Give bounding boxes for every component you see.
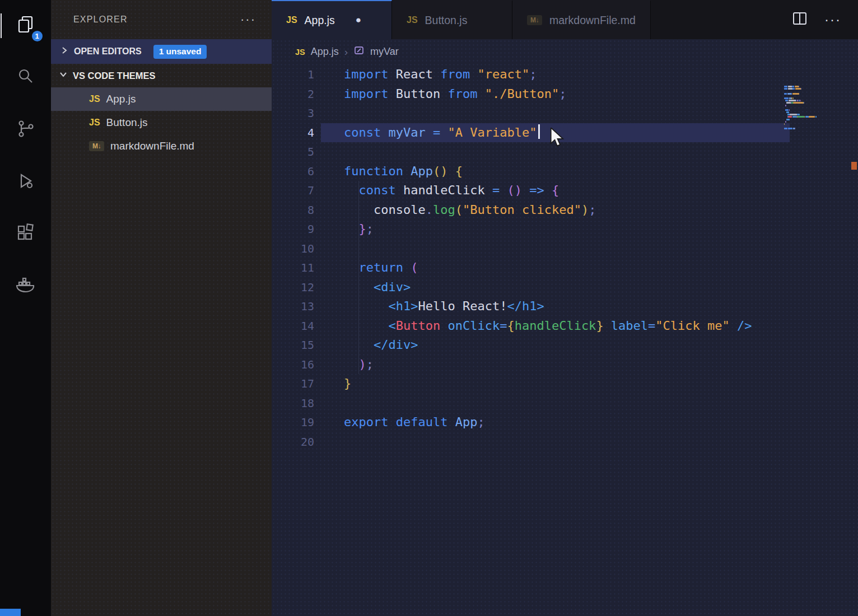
search-activity-button[interactable] [11, 63, 40, 92]
line-number: 3 [272, 104, 314, 123]
unsaved-dot[interactable]: ● [356, 15, 361, 26]
line-number: 20 [272, 432, 314, 452]
line-content: <Button onClick={handleClick} label="Cli… [314, 316, 752, 336]
split-editor-icon[interactable] [792, 11, 808, 29]
code-line-4[interactable]: 4const myVar = "A Variable" [272, 123, 858, 143]
line-number: 1 [272, 65, 314, 85]
minimap[interactable] [784, 86, 838, 133]
tab-bar: JSApp.js●JSButton.jsM↓markdownFile.md ··… [272, 0, 858, 39]
open-editors-header[interactable]: OPEN EDITORS 1 unsaved [51, 39, 272, 64]
js-file-icon: JS [286, 15, 297, 25]
file-item-Button.js[interactable]: JSButton.js [51, 111, 272, 134]
explorer-more-button[interactable]: ··· [240, 17, 256, 22]
line-content: return ( [314, 258, 418, 278]
code-line-18[interactable]: 18 [272, 394, 858, 413]
code-line-17[interactable]: 17} [272, 374, 858, 394]
line-number: 6 [272, 162, 314, 181]
explorer-sidebar: EXPLORER ··· OPEN EDITORS 1 unsaved VS C… [51, 0, 272, 616]
line-content [314, 394, 344, 413]
chevron-down-icon [59, 70, 68, 81]
file-item-App.js[interactable]: JSApp.js [51, 87, 272, 111]
code-line-16[interactable]: 16 ); [272, 355, 858, 375]
code-line-7[interactable]: 7 const handleClick = () => { [272, 181, 858, 200]
source-control-icon [16, 119, 36, 141]
breadcrumb: JS App.js › myVar [272, 39, 858, 64]
docker-icon [15, 276, 36, 297]
code-line-2[interactable]: 2import Button from "./Button"; [272, 85, 858, 104]
file-name: markdownFile.md [110, 140, 194, 152]
markdown-file-icon: M↓ [527, 15, 542, 25]
code-line-8[interactable]: 8 console.log("Button clicked"); [272, 200, 858, 220]
js-file-icon: JS [89, 94, 100, 104]
code-editor[interactable]: 1import React from "react";2import Butto… [272, 64, 858, 616]
extensions-activity-button[interactable] [11, 220, 40, 249]
code-line-9[interactable]: 9 }; [272, 220, 858, 239]
tab-markdownFile.md[interactable]: M↓markdownFile.md [512, 0, 651, 39]
js-file-icon: JS [407, 15, 418, 25]
line-number: 2 [272, 85, 314, 104]
tab-Button.js[interactable]: JSButton.js [392, 0, 512, 39]
line-content: const handleClick = () => { [314, 181, 559, 200]
line-number: 13 [272, 297, 314, 316]
markdown-file-icon: M↓ [89, 141, 104, 151]
docker-activity-button[interactable] [11, 272, 40, 301]
line-content: <div> [314, 278, 411, 297]
line-content: import React from "react"; [314, 65, 537, 85]
tab-strip: JSApp.js●JSButton.jsM↓markdownFile.md [272, 0, 651, 39]
text-cursor [538, 124, 540, 139]
indent-guide [358, 181, 359, 374]
line-number: 12 [272, 278, 314, 297]
editor-more-button[interactable]: ··· [824, 12, 841, 27]
code-line-11[interactable]: 11 return ( [272, 258, 858, 278]
run-debug-activity-button[interactable] [11, 167, 40, 197]
line-number: 18 [272, 394, 314, 413]
line-content [314, 104, 344, 123]
search-icon [16, 67, 36, 89]
code-line-3[interactable]: 3 [272, 104, 858, 123]
line-number: 8 [272, 200, 314, 220]
line-number: 9 [272, 220, 314, 239]
code-line-5[interactable]: 5 [272, 142, 858, 162]
code-line-12[interactable]: 12 <div> [272, 278, 858, 297]
code-line-19[interactable]: 19export default App; [272, 413, 858, 432]
line-number: 19 [272, 413, 314, 432]
line-number: 5 [272, 142, 314, 162]
file-name: App.js [106, 93, 136, 105]
workspace-section-header[interactable]: VS CODE THEMES [51, 64, 272, 87]
open-editors-label: OPEN EDITORS [74, 46, 142, 57]
line-number: 14 [272, 316, 314, 336]
line-content [314, 142, 344, 162]
line-content: import Button from "./Button"; [314, 85, 566, 104]
tab-label: Button.js [425, 14, 468, 27]
js-file-icon: JS [89, 118, 100, 128]
explorer-activity-button[interactable]: 1 [11, 11, 40, 40]
line-content [314, 432, 344, 452]
file-name: Button.js [106, 116, 148, 129]
line-content: } [314, 374, 351, 394]
line-number: 7 [272, 181, 314, 200]
overview-ruler-cursor-marker [851, 162, 857, 170]
line-content: </div> [314, 335, 418, 355]
source-control-activity-button[interactable] [11, 115, 40, 144]
file-item-markdownFile.md[interactable]: M↓markdownFile.md [51, 134, 272, 158]
code-line-1[interactable]: 1import React from "react"; [272, 65, 858, 85]
editor-group: JSApp.js●JSButton.jsM↓markdownFile.md ··… [272, 0, 858, 616]
line-number: 16 [272, 355, 314, 375]
breadcrumb-symbol[interactable]: myVar [370, 46, 399, 58]
code-line-13[interactable]: 13 <h1>Hello React!</h1> [272, 297, 858, 316]
sidebar-title: EXPLORER [73, 15, 128, 25]
code-line-15[interactable]: 15 </div> [272, 335, 858, 355]
vscode-window: 1 [0, 0, 858, 616]
extensions-icon [16, 223, 36, 245]
run-debug-icon [16, 171, 36, 193]
code-line-14[interactable]: 14 <Button onClick={handleClick} label="… [272, 316, 858, 336]
breadcrumb-file[interactable]: App.js [311, 46, 339, 58]
code-line-6[interactable]: 6function App() { [272, 162, 858, 181]
code-line-20[interactable]: 20 [272, 432, 858, 452]
code-lines: 1import React from "react";2import Butto… [272, 65, 858, 451]
code-line-10[interactable]: 10 [272, 239, 858, 259]
js-file-icon: JS [295, 48, 305, 57]
progress-bar [0, 609, 21, 616]
tab-App.js[interactable]: JSApp.js● [272, 0, 392, 39]
line-content: function App() { [314, 162, 463, 181]
